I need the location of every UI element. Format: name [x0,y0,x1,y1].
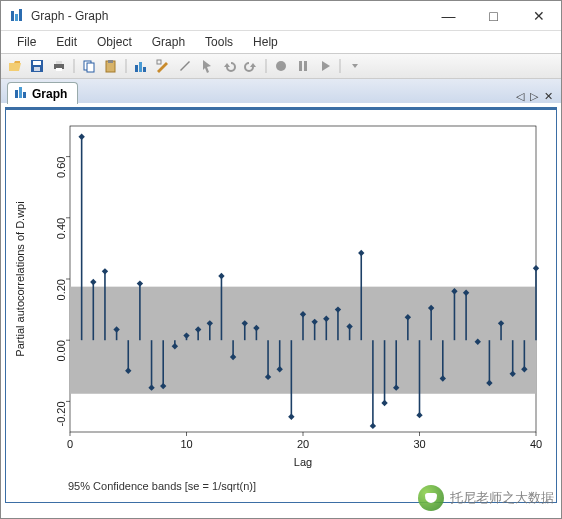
svg-rect-13 [108,60,113,63]
watermark: 托尼老师之大数据 [418,485,554,511]
pacf-chart: 010203040-0.200.000.200.400.60LagPartial… [8,112,548,472]
svg-rect-16 [139,62,142,72]
svg-rect-22 [304,61,307,71]
svg-rect-7 [56,61,62,64]
svg-rect-17 [143,67,146,72]
tab-label: Graph [32,87,67,101]
svg-rect-15 [135,65,138,72]
svg-text:30: 30 [413,438,425,450]
redo-icon[interactable] [241,56,261,76]
window-title: Graph - Graph [31,9,108,23]
svg-text:0.40: 0.40 [55,218,67,239]
svg-rect-25 [19,87,22,98]
menu-object[interactable]: Object [89,34,140,50]
svg-text:Lag: Lag [294,456,312,468]
svg-rect-11 [87,63,94,72]
svg-text:0.20: 0.20 [55,279,67,300]
tab-graph[interactable]: Graph [7,82,78,104]
menu-bar: File Edit Object Graph Tools Help [1,31,561,53]
svg-rect-18 [157,60,161,64]
watermark-text: 托尼老师之大数据 [450,489,554,507]
tab-close[interactable]: ✕ [542,90,555,103]
menu-arrow-icon[interactable] [345,56,365,76]
svg-rect-2 [19,9,22,21]
edit-plot-icon[interactable] [153,56,173,76]
print-icon[interactable] [49,56,69,76]
chart-icon [14,85,28,102]
undo-icon[interactable] [219,56,239,76]
draw-icon[interactable] [175,56,195,76]
chart-icon[interactable] [131,56,151,76]
svg-rect-0 [11,11,14,21]
svg-point-20 [276,61,286,71]
svg-rect-26 [23,92,26,98]
svg-rect-1 [15,14,18,21]
content-area: 010203040-0.200.000.200.400.60LagPartial… [1,103,561,507]
svg-rect-8 [56,68,62,71]
close-button[interactable]: ✕ [516,1,561,30]
menu-edit[interactable]: Edit [48,34,85,50]
svg-text:10: 10 [180,438,192,450]
wechat-icon [418,485,444,511]
menu-graph[interactable]: Graph [144,34,193,50]
toolbar [1,53,561,79]
pause-icon[interactable] [293,56,313,76]
svg-rect-4 [33,61,41,65]
separator-icon [71,56,77,76]
minimize-button[interactable]: — [426,1,471,30]
menu-file[interactable]: File [9,34,44,50]
pointer-icon[interactable] [197,56,217,76]
open-icon[interactable] [5,56,25,76]
graph-panel: 010203040-0.200.000.200.400.60LagPartial… [5,107,557,503]
svg-rect-24 [15,90,18,98]
svg-rect-21 [299,61,302,71]
tab-scroll-left[interactable]: ◁ [514,90,526,103]
svg-text:0.00: 0.00 [55,340,67,361]
svg-rect-5 [34,67,40,71]
copy-icon[interactable] [79,56,99,76]
record-icon[interactable] [271,56,291,76]
separator-icon [263,56,269,76]
svg-text:Partial autocorrelations of D.: Partial autocorrelations of D.wpi [14,201,26,356]
play-icon[interactable] [315,56,335,76]
save-icon[interactable] [27,56,47,76]
separator-icon [337,56,343,76]
svg-text:20: 20 [297,438,309,450]
paste-icon[interactable] [101,56,121,76]
svg-text:40: 40 [530,438,542,450]
separator-icon [123,56,129,76]
tab-scroll-right[interactable]: ▷ [528,90,540,103]
svg-text:-0.20: -0.20 [55,401,67,426]
app-icon [9,8,25,24]
tab-bar: Graph ◁ ▷ ✕ [1,79,561,103]
menu-tools[interactable]: Tools [197,34,241,50]
menu-help[interactable]: Help [245,34,286,50]
svg-text:0.60: 0.60 [55,157,67,178]
maximize-button[interactable]: □ [471,1,516,30]
title-bar: Graph - Graph — □ ✕ [1,1,561,31]
svg-text:0: 0 [67,438,73,450]
